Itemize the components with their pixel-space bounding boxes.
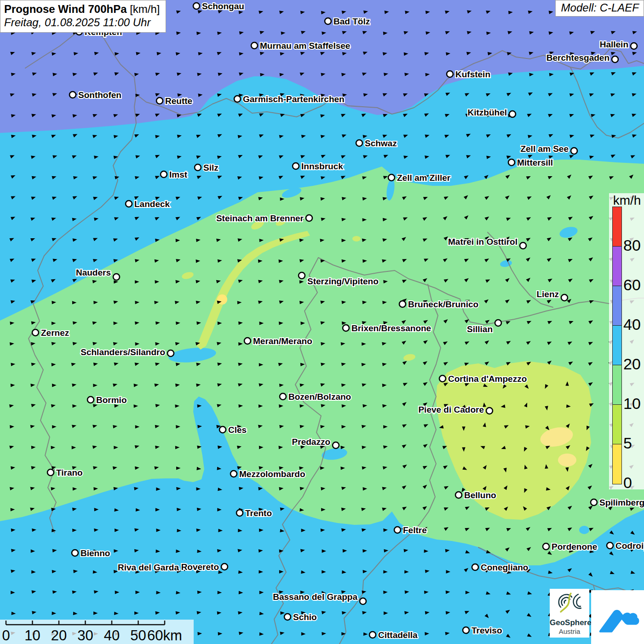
city-label: Cles [228,425,247,435]
city-dot [631,43,637,49]
city-marker: Silz [195,163,218,172]
city-label: Spilimbergo [599,498,644,507]
city-label: Zernez [41,328,69,338]
legend-tick-60: 60 [623,276,641,294]
city-label: Schongau [202,1,244,11]
city-dot [195,164,201,171]
city-dot [236,510,243,516]
mountain-cloud-icon [596,595,640,639]
city-dot [360,598,366,604]
legend-segment-10-20 [613,365,621,405]
city-dot [219,426,226,433]
legend-tick-5: 5 [623,434,632,452]
geosphere-country-label: Austria [550,627,589,635]
city-label: Codroipo [615,541,644,551]
city-dot [561,294,568,301]
city-label: Trento [245,508,272,518]
city-label: Zell am Ziller [397,173,451,183]
city-label: Treviso [472,626,502,635]
city-label: Cortina d'Ampezzo [448,374,527,384]
city-dot [299,272,305,279]
city-dot [193,3,200,9]
city-marker: Riva del Garda [118,563,188,572]
city-dot [244,338,251,344]
city-label: Matrei in Osttirol [448,237,518,247]
city-marker: Meran/Merano [244,336,312,346]
city-label: Bruneck/Brunico [408,299,478,309]
scale-label-40: 40 [104,627,120,644]
city-dot [495,320,501,326]
city-dot [325,18,331,24]
legend-tick-80: 80 [623,236,641,254]
city-label: Schlanders/Silandro [80,347,165,357]
city-label: Murnau am Staffelsee [260,41,350,51]
city-dot [543,543,549,550]
legend-segment-20-40 [613,326,621,365]
city-marker: Schio [284,612,317,622]
model-label: Modell: C-LAEF [555,0,644,17]
city-dot [293,163,299,169]
city-dot [280,393,286,400]
city-label: Belluno [464,490,496,500]
city-dot [126,201,132,207]
city-dot [32,329,39,336]
city-label: Zell am See [520,144,569,154]
city-dot [113,274,120,280]
city-dot [455,492,462,498]
legend-segment-60-80 [613,247,621,286]
geosphere-org-label: GeoSphere [550,618,589,627]
city-label: Sterzing/Vipiteno [307,276,379,286]
legend-segment-40-60 [613,286,621,326]
city-label: Berchtesgaden [546,53,610,63]
city-label: Schwaz [365,138,397,148]
city-dot [439,375,446,382]
city-label: Mezzolombardo [239,469,305,479]
title-parameter: Prognose Wind 700hPa [4,3,127,15]
page-title: Prognose Wind 700hPa [km/h] [4,2,160,16]
scale-label-50: 50 [130,627,146,644]
city-label: Reutte [165,96,192,106]
city-dot [161,171,167,178]
scale-bar: 0102030405060km [0,620,194,644]
city-marker: Steinach am Brenner [216,213,312,223]
city-dot [87,397,94,403]
city-label: Kufstein [455,69,490,79]
city-label: Garmisch-Partenkirchen [243,94,345,104]
city-label: Feltre [403,525,427,535]
city-dot [221,564,228,570]
city-dot [571,148,577,154]
city-label: Innsbruck [301,161,343,171]
city-dot [47,469,54,476]
title-unit: [km/h] [127,3,160,15]
city-dot [607,542,613,549]
city-label: Brixen/Bressanone [351,323,431,333]
scale-label-30: 30 [77,627,93,644]
city-label: Pieve di Cadore [418,405,484,414]
legend-tick-40: 40 [623,316,641,334]
city-dot [230,471,237,477]
city-label: Conegliano [481,563,528,572]
city-label: Predazzo [292,437,330,447]
city-label: Mittersill [517,158,553,167]
city-dot [72,550,78,556]
city-label: Landeck [134,199,170,209]
city-dot [394,527,401,533]
city-dot [333,442,339,448]
city-dot [388,174,395,181]
city-dot [369,632,376,638]
city-dot [486,408,493,414]
city-label: Tirano [56,468,83,477]
scale-label-0: 0 [2,627,10,644]
city-label: Rovereto [181,562,219,572]
city-label: Imst [169,170,188,179]
legend-color-bar [612,207,622,484]
city-label: Kitzbühel [468,108,507,117]
city-marker: Garmisch-Partenkirchen [234,94,345,104]
city-dot [234,96,241,102]
city-label: Meran/Merano [253,336,312,346]
city-label: Bozen/Bolzano [288,392,351,402]
city-dot [472,564,478,570]
valid-time: Freitag, 01.08.2025 11:00 Uhr [4,16,160,29]
legend-tick-10: 10 [623,395,641,413]
legend-title: km/h [611,193,643,208]
